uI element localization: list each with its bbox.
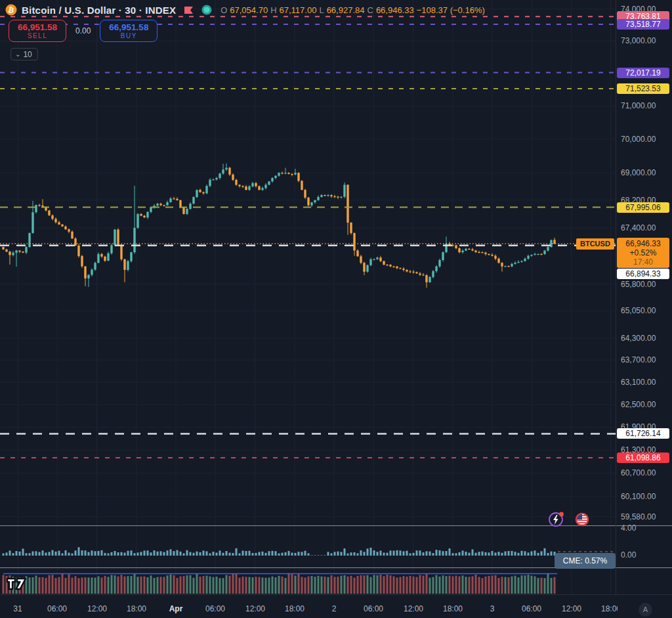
time-axis[interactable]: 3106:0012:0018:00Apr06:0012:0018:00206:0…	[0, 594, 618, 618]
auto-fit-button[interactable]: A	[639, 603, 652, 617]
time-axis-label: 18:00	[601, 604, 618, 613]
price-axis-label: 69,000.00	[621, 168, 656, 177]
interval-value: 10	[23, 50, 32, 59]
ohlc-letter-l: L	[319, 5, 324, 15]
tradingview-logo	[5, 574, 29, 592]
current-price-badge: 66,946.33 +0.52% 17:40	[617, 238, 669, 268]
price-axis-label: 71,000.00	[621, 101, 656, 110]
indicator-value-badge: CME: 0.57%	[555, 553, 616, 569]
price-axis-label: 70,000.00	[621, 135, 656, 144]
price-axis-label: 59,580.00	[621, 512, 656, 521]
ohlc-high: 67,117.00	[280, 5, 317, 15]
time-axis-label: 18:00	[127, 604, 146, 613]
buy-label: BUY	[121, 32, 137, 40]
ohlc-letter-c: C	[367, 5, 373, 15]
sell-price: 66,951.58	[18, 22, 57, 32]
price-level-badge[interactable]: 61,726.14	[617, 428, 669, 439]
indicator-axis-label: 0.00	[621, 550, 636, 560]
us-flag-icon[interactable]	[572, 509, 592, 529]
market-status-icon[interactable]	[201, 5, 212, 15]
price-level-badge[interactable]: 72,017.19	[617, 68, 669, 78]
price-level-badge[interactable]: 61,098.86	[617, 452, 669, 463]
time-axis-label: 18:00	[443, 604, 463, 613]
time-axis-label: 06:00	[364, 604, 383, 613]
time-axis-label: Apr	[169, 604, 183, 613]
price-level-badge[interactable]: 67,995.06	[617, 202, 669, 213]
ohlc-letter-o: O	[220, 5, 227, 15]
ohlc-change: −108.37 (−0.16%)	[417, 5, 485, 15]
time-axis-label: 12:00	[562, 604, 581, 613]
chart-legend: ₿ Bitcoin / U.S. Dollar · 30 · INDEX O 6…	[5, 4, 485, 16]
price-axis-label: 63,700.00	[621, 355, 656, 364]
time-axis-label: 06:00	[205, 604, 225, 613]
price-axis-label: 73,000.00	[621, 36, 656, 45]
price-level-badge[interactable]: 66,894.33	[617, 269, 669, 279]
ohlc-open: 67,054.70	[230, 5, 268, 15]
time-axis-label: 06:00	[522, 604, 541, 613]
time-axis-label: 18:00	[285, 604, 304, 613]
sell-label: SELL	[28, 32, 47, 40]
trade-panel: 66,951.58 SELL 0.00 66,951.58 BUY	[9, 20, 158, 42]
ohlc-letter-h: H	[270, 5, 276, 15]
price-axis-label: 63,100.00	[621, 378, 656, 387]
time-axis-label: 31	[13, 604, 22, 613]
sell-button[interactable]: 66,951.58 SELL	[9, 20, 66, 42]
price-axis-border	[616, 0, 616, 594]
interval-dropdown[interactable]: ⌄ 10	[10, 48, 38, 60]
symbol-price-tag: BTCUSD	[576, 238, 614, 250]
spread-value: 0.00	[72, 26, 94, 35]
price-axis-label: 65,050.00	[621, 306, 656, 315]
ohlc-close: 66,946.33	[376, 5, 414, 15]
flag-icon[interactable]	[184, 6, 194, 14]
pane-corner-icons	[546, 509, 592, 529]
symbol-title[interactable]: Bitcoin / U.S. Dollar · 30 · INDEX	[22, 5, 176, 16]
current-price-value: 66,946.33	[617, 239, 669, 248]
bitcoin-icon: ₿	[5, 4, 17, 16]
time-axis-label: 3	[490, 604, 495, 613]
time-axis-label: 2	[332, 604, 337, 613]
ohlc-values: O 67,054.70 H 67,117.00 L 66,927.84 C 66…	[220, 5, 485, 15]
price-axis-label: 60,700.00	[621, 468, 656, 477]
bar-countdown: 17:40	[617, 257, 669, 267]
time-axis-label: 12:00	[404, 604, 423, 613]
price-axis-label: 62,500.00	[621, 400, 656, 409]
current-price-change: +0.52%	[617, 248, 669, 257]
tradingview-chart-window: ₿ Bitcoin / U.S. Dollar · 30 · INDEX O 6…	[0, 0, 672, 618]
time-axis-label: 12:00	[245, 604, 265, 613]
ohlc-low: 66,927.84	[327, 5, 365, 15]
time-axis-border	[0, 594, 672, 595]
time-axis-label: 06:00	[47, 604, 67, 613]
price-level-badge[interactable]: 71,523.53	[617, 83, 669, 94]
lightning-icon[interactable]	[546, 509, 566, 529]
time-axis-label: 12:00	[87, 604, 107, 613]
price-axis-label: 67,400.00	[621, 223, 656, 232]
price-level-badge[interactable]: 73,518.77	[617, 19, 669, 30]
price-axis-label: 65,800.00	[621, 280, 656, 289]
buy-price: 66,951.58	[109, 22, 148, 32]
buy-button[interactable]: 66,951.58 BUY	[100, 20, 158, 42]
price-axis-label: 60,100.00	[621, 492, 656, 501]
price-axis-label: 64,300.00	[621, 334, 656, 343]
chevron-down-icon: ⌄	[15, 51, 20, 58]
